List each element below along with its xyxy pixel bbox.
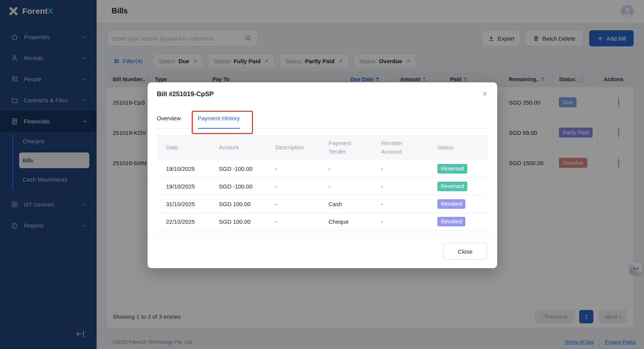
payment-description-cell: - <box>266 213 319 230</box>
payment-date-cell: 19/10/2025 <box>157 178 210 195</box>
payment-tender-cell: Cheque <box>319 213 372 230</box>
modal-column-header-amount: Amount <box>210 135 266 160</box>
payment-tender-cell: - <box>319 160 372 177</box>
payment-amount-cell: SGD -100.00 <box>210 160 266 177</box>
modal-close-button[interactable]: Close <box>443 243 487 260</box>
modal-column-header-payment-tender: Payment Tender <box>319 135 372 160</box>
payment-status-cell: Reversed <box>428 160 488 177</box>
payment-tender-cell: - <box>319 178 372 195</box>
payment-history-header-row: DateAmountDescriptionPayment TenderRemit… <box>157 135 488 160</box>
payment-description-cell: - <box>266 178 319 195</box>
payment-history-body: 19/10/2025SGD -100.00---Reversed19/10/20… <box>157 160 488 231</box>
payment-date-cell: 31/10/2025 <box>157 195 210 213</box>
remitter-account-cell: - <box>372 160 428 177</box>
payment-status-cell: Reversed <box>428 178 488 195</box>
remitter-account-cell: - <box>372 195 428 213</box>
modal-column-header-remitter-account: Remitter Account <box>372 135 428 160</box>
payment-history-row: 19/10/2025SGD -100.00---Reversed <box>157 178 488 195</box>
modal-close-icon[interactable]: ✕ <box>482 90 488 98</box>
payment-history-row: 19/10/2025SGD -100.00---Reversed <box>157 160 488 178</box>
tab-payment-history[interactable]: Payment History <box>198 115 240 129</box>
payment-date-cell: 19/10/2025 <box>157 160 210 177</box>
modal-column-header-date: Date <box>157 135 210 160</box>
payment-date-cell: 22/10/2025 <box>157 213 210 230</box>
modal-tabs: Overview Payment History <box>157 115 488 129</box>
payment-description-cell: - <box>266 195 319 213</box>
payment-tender-cell: Cash <box>319 195 372 213</box>
payment-status-cell: Revoked <box>428 213 488 230</box>
payment-status-cell: Revoked <box>428 195 488 213</box>
modal-title: Bill #251019-CpSP <box>157 90 214 98</box>
payment-amount-cell: SGD 100.00 <box>210 195 266 213</box>
payment-history-row: 31/10/2025SGD 100.00-Cash-Revoked <box>157 195 488 213</box>
payment-status-badge: Reversed <box>437 182 467 191</box>
payment-status-badge: Revoked <box>437 199 465 208</box>
payment-history-row: 22/10/2025SGD 100.00-Cheque-Revoked <box>157 213 488 231</box>
modal-footer-divider <box>148 235 497 236</box>
payment-amount-cell: SGD 100.00 <box>210 213 266 230</box>
payment-status-badge: Reversed <box>437 164 467 173</box>
modal-column-header-status: Status <box>428 135 488 160</box>
payment-amount-cell: SGD -100.00 <box>210 178 266 195</box>
remitter-account-cell: - <box>372 178 428 195</box>
payment-description-cell: - <box>266 160 319 177</box>
payment-status-badge: Revoked <box>437 217 465 226</box>
bill-detail-modal: Bill #251019-CpSP ✕ Overview Payment His… <box>148 82 497 268</box>
modal-column-header-description: Description <box>266 135 319 160</box>
app-window: ForentX PropertiesRentalsPeopleContracts… <box>0 0 644 349</box>
remitter-account-cell: - <box>372 213 428 230</box>
tab-overview[interactable]: Overview <box>157 115 181 128</box>
